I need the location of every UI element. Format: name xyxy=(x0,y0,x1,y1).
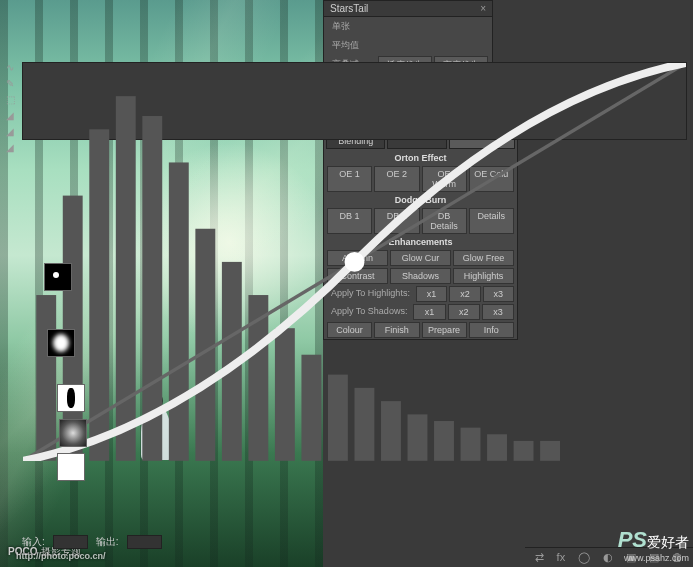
st-row-label: 平均值 xyxy=(328,37,376,54)
svg-rect-3 xyxy=(116,96,136,461)
smooth-tool-icon[interactable]: ⬚ xyxy=(3,94,17,108)
curve-tools: ∿ ✎ ⬚ ◢ ◢ ◢ xyxy=(3,60,19,158)
svg-rect-6 xyxy=(195,229,215,461)
fx-icon[interactable]: fx xyxy=(557,551,566,564)
svg-rect-5 xyxy=(169,162,189,460)
svg-rect-10 xyxy=(301,355,321,461)
svg-rect-17 xyxy=(487,434,507,461)
watermark-psahz: PS爱好者 www.psahz.com xyxy=(618,527,689,563)
svg-rect-9 xyxy=(275,328,295,461)
eyedropper-black-icon[interactable]: ◢ xyxy=(3,110,17,124)
svg-rect-19 xyxy=(540,441,560,461)
output-field[interactable] xyxy=(127,535,162,549)
adj-new-icon[interactable]: ◐ xyxy=(603,551,613,564)
eyedropper-gray-icon[interactable]: ◢ xyxy=(3,126,17,140)
close-icon[interactable]: × xyxy=(480,3,486,14)
svg-rect-13 xyxy=(381,401,401,461)
st-row-label: 单张 xyxy=(328,18,376,35)
input-field[interactable] xyxy=(53,535,88,549)
curves-graph[interactable] xyxy=(22,62,687,140)
svg-point-21 xyxy=(345,252,365,272)
output-label: 输出: xyxy=(96,535,119,549)
svg-rect-0 xyxy=(36,295,56,461)
svg-rect-16 xyxy=(461,428,481,461)
svg-rect-15 xyxy=(434,421,454,461)
svg-rect-12 xyxy=(354,388,374,461)
link-icon[interactable]: ⇄ xyxy=(535,551,544,564)
mask-icon[interactable]: ◯ xyxy=(578,551,590,564)
eyedropper-white-icon[interactable]: ◢ xyxy=(3,142,17,156)
point-tool-icon[interactable]: ∿ xyxy=(3,62,17,76)
pencil-tool-icon[interactable]: ✎ xyxy=(3,78,17,92)
input-label: 输入: xyxy=(22,535,45,549)
svg-rect-14 xyxy=(408,414,428,460)
svg-rect-18 xyxy=(514,441,534,461)
svg-rect-11 xyxy=(328,375,348,461)
starstail-title: StarsTail xyxy=(330,3,368,14)
